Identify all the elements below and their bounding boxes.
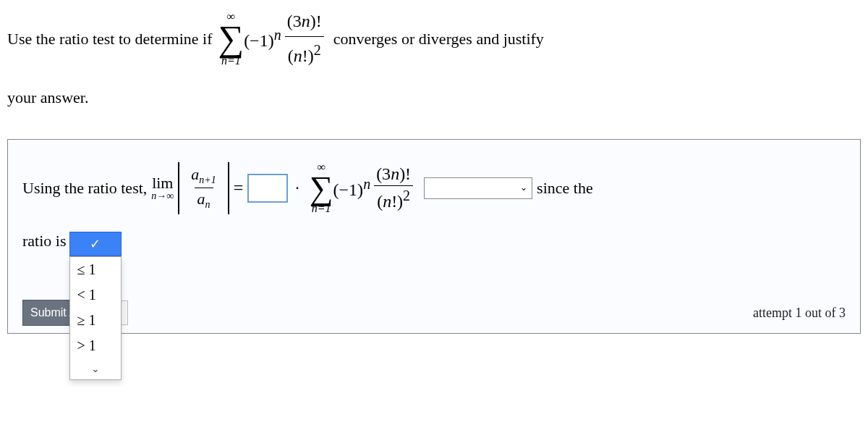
term: (−1)n (244, 23, 281, 54)
sigma: ∞ ∑ n=1 (218, 11, 244, 67)
abs-ratio: an+1 an (178, 162, 229, 214)
dropdown-option-gt1[interactable]: > 1 (70, 333, 121, 358)
fraction: (3n)! (n!)2 (284, 7, 325, 70)
ratio-row: ratio is ✓ ≤ 1 < 1 ≥ 1 > 1 ⌄ (22, 232, 846, 256)
convergence-select[interactable]: ⌄ (424, 177, 532, 199)
dropdown-option-le1[interactable]: ≤ 1 (70, 257, 121, 282)
question-text: Use the ratio test to determine if ∞ ∑ n… (7, 7, 861, 110)
attempt-counter: attempt 1 out of 3 (753, 306, 846, 321)
ratio-dropdown[interactable]: ✓ ≤ 1 < 1 ≥ 1 > 1 ⌄ (69, 232, 122, 256)
question-suffix: converges or diverges and justify (333, 26, 544, 51)
ratio-label: ratio is (22, 232, 67, 251)
answer-prefix: Using the ratio test, (22, 179, 147, 198)
limit: lim n→∞ (151, 175, 174, 201)
dot: · (295, 179, 299, 198)
question-prefix: Use the ratio test to determine if (7, 26, 212, 51)
dropdown-option-ge1[interactable]: ≥ 1 (70, 308, 121, 333)
chevron-down-icon: ⌄ (520, 182, 527, 193)
limit-value-input[interactable] (247, 174, 288, 203)
question-line2: your answer. (7, 85, 861, 110)
answer-panel: Using the ratio test, lim n→∞ an+1 an = … (7, 139, 861, 334)
answer-row: Using the ratio test, lim n→∞ an+1 an = … (22, 161, 846, 214)
dropdown-list: ≤ 1 < 1 ≥ 1 > 1 ⌄ (69, 256, 122, 380)
since-text: since the (537, 179, 593, 198)
series-expression: ∞ ∑ n=1 (−1)n (3n)! (n!)2 (218, 7, 327, 70)
dropdown-option-lt1[interactable]: < 1 (70, 282, 121, 308)
chevron-down-icon[interactable]: ⌄ (70, 358, 121, 379)
dropdown-selected[interactable]: ✓ (69, 232, 122, 256)
check-icon: ✓ (90, 236, 101, 252)
equals: = (234, 178, 244, 198)
series-expression-2: ∞ ∑ n=1 (−1)n (3n)! (n!)2 (310, 161, 417, 214)
sigma-2: ∞ ∑ n=1 (310, 161, 333, 214)
